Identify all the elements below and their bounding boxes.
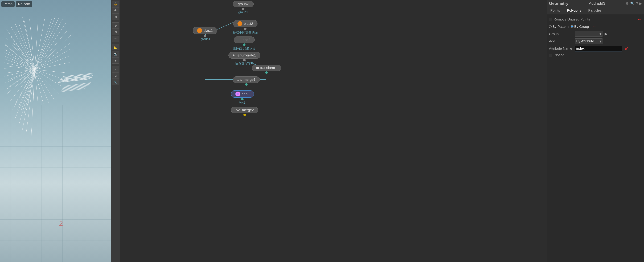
node-transform1[interactable]: ⇄ transform1 (252, 65, 281, 74)
node-blast2[interactable]: blast2 提取中间部分的面 (233, 20, 258, 34)
tab-polygons[interactable]: Polygons (564, 7, 585, 14)
node-add2-sublabel: 删掉面 只显示点 (233, 46, 256, 50)
node-group2-sublabel: group1 (238, 10, 248, 14)
prop-geometry-title: Geometry (549, 1, 568, 6)
node-merge1[interactable]: ⊃⊂ merge1 (233, 76, 260, 86)
svg-line-59 (22, 70, 35, 130)
toolbar-btn-box[interactable]: ⊡ (112, 29, 119, 35)
3d-viewport[interactable]: Persp No cam (0, 0, 111, 262)
node-merge1-box[interactable]: ⊃⊂ merge1 (233, 76, 260, 83)
toolbar-btn-snap[interactable]: ◈ (112, 57, 119, 64)
properties-panel: Geometry Add add3 ⚙ 🔍 ? ▶ Points Polygon… (547, 0, 644, 262)
toolbar-btn-pencil[interactable]: ✏ (112, 36, 119, 42)
node-group2-box[interactable]: group2 (233, 1, 254, 7)
attribute-name-input[interactable] (575, 46, 622, 52)
tab-points[interactable]: Points (547, 7, 564, 14)
node-blast2-icon (238, 21, 242, 26)
node-blast1-sublabel: !group1 (200, 37, 210, 41)
radio-group-dot (571, 25, 574, 28)
svg-line-53 (4, 70, 35, 84)
prop-help-icon[interactable]: ? (636, 2, 638, 6)
radio-by-group[interactable]: By Group (571, 25, 589, 29)
svg-line-48 (4, 49, 35, 70)
svg-line-44 (11, 26, 35, 70)
node-transform1-box[interactable]: ⇄ transform1 (252, 65, 281, 71)
svg-line-28 (35, 42, 72, 70)
svg-line-60 (26, 70, 35, 134)
viewport-camera-label: No cam (16, 2, 32, 7)
prop-row-remove-unused: Remove Unused Points ← (549, 16, 642, 22)
prop-row-attribute-name: Attribute Name ↙ (549, 46, 642, 52)
svg-line-26 (35, 28, 70, 70)
prop-row-group: Group ▶ (549, 31, 642, 37)
tab-particles[interactable]: Particles (585, 7, 605, 14)
svg-line-66 (60, 77, 91, 80)
node-blast1-box[interactable]: blast1 (193, 27, 217, 34)
toolbar-btn-select[interactable]: ▹ (112, 66, 119, 72)
closed-label: Closed (554, 53, 578, 57)
node-add2-dot (243, 44, 246, 46)
radio-by-pattern[interactable]: By Pattern (549, 25, 568, 29)
node-add3-box[interactable]: add3 (231, 90, 254, 98)
svg-line-35 (35, 70, 59, 94)
toolbar-btn-lock[interactable]: 🔒 (112, 1, 119, 7)
svg-line-39 (35, 70, 38, 106)
node-merge2-icon: ⊃⊂ (236, 108, 240, 112)
viewport-perspective-label: Persp (2, 2, 14, 7)
node-blast1-icon (197, 28, 202, 33)
node-add2-box[interactable]: ～ add2 (234, 36, 255, 43)
node-blast2-label: blast2 (244, 22, 253, 26)
prop-settings-icon[interactable]: ⚙ (626, 2, 629, 6)
svg-line-49 (4, 56, 35, 70)
node-merge2-box[interactable]: ⊃⊂ merge2 (231, 107, 258, 113)
closed-checkbox[interactable] (549, 54, 552, 57)
svg-line-1 (4, 52, 35, 70)
node-enumerate1-box[interactable]: #↕ enumerate1 (228, 52, 260, 58)
node-merge2-dot (244, 114, 246, 116)
node-group2[interactable]: group2 group1 (233, 1, 254, 14)
toolbar-btn-eye[interactable]: 👁 (112, 7, 119, 14)
attribute-name-label: Attribute Name (549, 46, 573, 50)
svg-line-57 (15, 70, 35, 118)
add-select[interactable]: By Attribute By Group By Pattern (575, 38, 602, 44)
node-enumerate1[interactable]: #↕ enumerate1 给点添加序号 (228, 52, 260, 66)
svg-line-34 (35, 70, 62, 87)
toolbar-btn-add[interactable]: ⊕ (112, 22, 119, 29)
node-enumerate1-icon: #↕ (233, 54, 236, 57)
node-graph[interactable]: group2 group1 blast1 !group1 blast2 提取中间… (120, 0, 547, 262)
remove-unused-checkbox[interactable] (549, 18, 552, 21)
svg-line-27 (35, 35, 71, 70)
node-add3-sublabel: 连线 (239, 101, 246, 105)
node-add2-wave: ～ (238, 38, 241, 42)
node-transform1-dot (265, 72, 268, 74)
node-add2[interactable]: ～ add2 删掉面 只显示点 (233, 36, 256, 50)
svg-line-55 (6, 70, 35, 97)
node-blast2-box[interactable]: blast2 (233, 20, 257, 27)
node-enumerate1-sublabel: 给点添加序号 (235, 62, 254, 66)
red-arrow-bygroup: ← (592, 24, 596, 29)
toolbar-btn-grid[interactable]: ⊞ (112, 14, 119, 20)
node-enumerate1-dot (243, 59, 246, 61)
group-select[interactable] (575, 31, 602, 37)
prop-icons: ⚙ 🔍 ? ▶ (626, 2, 642, 6)
group-arrow-btn[interactable]: ▶ (604, 32, 608, 36)
toolbar-btn-transform[interactable]: ⊿ (112, 72, 119, 79)
toolbar-btn-measure[interactable]: 📐 (112, 44, 119, 50)
toolbar-btn-paint[interactable]: 🔧 (112, 79, 119, 85)
prop-body: Remove Unused Points ← By Pattern By Gro… (547, 14, 644, 262)
toolbar-btn-camera[interactable]: 📷 (112, 51, 119, 57)
node-merge1-icon: ⊃⊂ (237, 78, 242, 82)
node-blast1[interactable]: blast1 !group1 (193, 27, 217, 41)
node-add3[interactable]: add3 连线 (231, 90, 254, 105)
node-merge2[interactable]: ⊃⊂ merge2 (231, 107, 258, 116)
node-merge1-dot (245, 83, 248, 86)
svg-line-56 (12, 70, 35, 111)
viewport-drawing (4, 14, 101, 153)
node-add3-label: add3 (242, 92, 250, 96)
svg-line-3 (6, 38, 35, 70)
svg-line-46 (22, 17, 35, 70)
group-select-wrap (575, 31, 602, 37)
prop-search-icon[interactable]: 🔍 (630, 2, 634, 6)
red-arrow-remove: ← (637, 16, 642, 22)
prop-arrow-icon[interactable]: ▶ (639, 2, 642, 6)
